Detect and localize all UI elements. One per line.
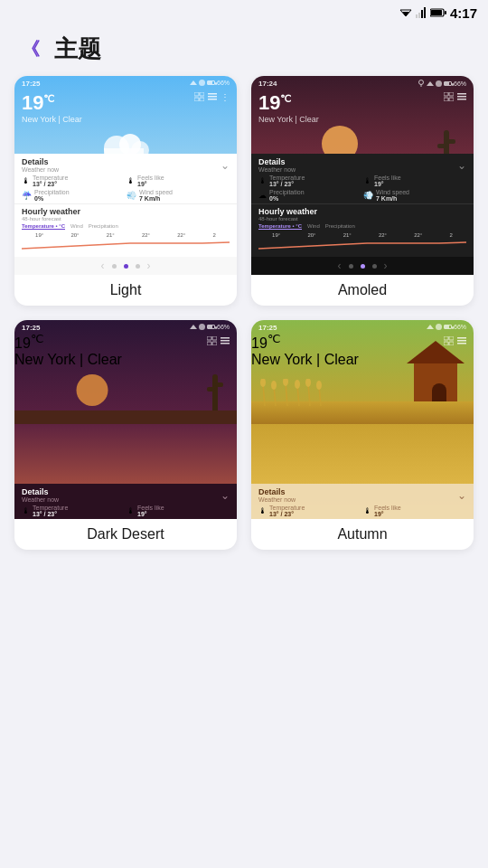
- wifi-icon: [399, 7, 412, 18]
- svg-rect-33: [457, 99, 466, 100]
- preview-wifi-light: [190, 80, 197, 85]
- preview-sig-dd: [199, 324, 205, 330]
- svg-rect-5: [424, 7, 426, 18]
- theme-label-dd: Dark Desert: [14, 519, 237, 550]
- preview-sig-au: [436, 324, 442, 330]
- svg-rect-3: [418, 13, 420, 18]
- svg-rect-27: [444, 92, 448, 96]
- preview-wifi-amoled: [427, 81, 434, 86]
- details-overlay-autumn: Details Weather now ⌄ 🌡 Temperature 13° …: [251, 484, 474, 519]
- svg-rect-48: [449, 336, 454, 340]
- theme-preview-autumn: 17:25 66% 19℃ New York | Clear: [251, 320, 474, 519]
- svg-rect-51: [457, 337, 466, 339]
- page-title: 主题: [54, 33, 101, 65]
- svg-rect-46: [215, 382, 223, 387]
- preview-bat-dd: [207, 325, 215, 329]
- svg-rect-39: [207, 342, 211, 345]
- svg-rect-40: [212, 342, 217, 345]
- svg-rect-41: [221, 337, 230, 339]
- svg-rect-7: [431, 10, 442, 15]
- chart-svg-light: [22, 240, 230, 250]
- svg-point-58: [271, 381, 277, 390]
- svg-rect-15: [208, 99, 217, 100]
- svg-point-64: [305, 379, 311, 387]
- svg-rect-37: [207, 336, 211, 340]
- svg-rect-14: [208, 96, 217, 98]
- location-light: New York | Clear: [22, 115, 230, 124]
- preview-sig-light: [199, 80, 205, 86]
- preview-nav-amoled: ‹ ›: [251, 257, 474, 275]
- preview-menu-amoled: [444, 92, 466, 101]
- svg-rect-4: [421, 10, 423, 18]
- svg-rect-35: [437, 144, 446, 148]
- signal-icon: [416, 7, 427, 18]
- preview-nav-light: ‹ ›: [14, 257, 237, 275]
- theme-card-dark-desert[interactable]: 17:25 66% 19℃ New York | Clear: [14, 320, 237, 550]
- chart-svg-amoled: [258, 240, 466, 250]
- preview-time-light: 17:25: [22, 80, 40, 88]
- svg-point-66: [316, 381, 322, 390]
- theme-card-light[interactable]: 17:25 66% 19℃ New York | Clear: [14, 76, 237, 306]
- preview-bat-au: [444, 325, 452, 329]
- svg-rect-32: [457, 96, 466, 98]
- svg-rect-28: [449, 92, 454, 96]
- svg-rect-45: [207, 387, 215, 392]
- svg-point-25: [418, 80, 423, 85]
- preview-time-autumn: 17:25: [258, 324, 277, 332]
- back-icon: 《: [22, 37, 40, 61]
- svg-rect-13: [208, 93, 217, 95]
- svg-rect-31: [457, 93, 466, 95]
- battery-icon: [430, 7, 446, 18]
- preview-loc-amoled: [418, 80, 425, 87]
- preview-sig-amoled: [436, 80, 442, 87]
- theme-card-amoled[interactable]: 17:24 66% 19℃ New York | Clear: [251, 76, 474, 306]
- status-time: 4:17: [450, 5, 477, 21]
- preview-menu-dd: [207, 336, 230, 345]
- header: 《 主题: [0, 25, 488, 76]
- svg-rect-10: [200, 92, 204, 96]
- svg-rect-30: [449, 98, 454, 101]
- svg-rect-38: [212, 336, 217, 340]
- svg-rect-42: [221, 340, 230, 342]
- theme-card-autumn[interactable]: 17:25 66% 19℃ New York | Clear: [251, 320, 474, 550]
- theme-preview-light: 17:25 66% 19℃ New York | Clear: [14, 76, 237, 275]
- status-icons: 4:17: [399, 5, 477, 21]
- svg-rect-8: [445, 11, 446, 14]
- preview-bat-light: [207, 80, 215, 85]
- preview-bat-amoled: [444, 81, 452, 86]
- svg-rect-2: [416, 14, 418, 18]
- preview-time-amoled: 17:24: [258, 80, 277, 88]
- theme-label-light: Light: [14, 275, 237, 306]
- svg-marker-54: [407, 341, 465, 363]
- svg-rect-12: [200, 98, 204, 101]
- details-overlay-dd: Details Weather now ⌄ 🌡 Temperature 13° …: [14, 484, 237, 519]
- preview-time-dark-desert: 17:25: [22, 324, 40, 332]
- svg-rect-11: [194, 98, 199, 101]
- theme-preview-dark-desert: 17:25 66% 19℃ New York | Clear: [14, 320, 237, 519]
- preview-menu-light: ⋮: [194, 92, 230, 102]
- theme-label-autumn: Autumn: [251, 519, 474, 550]
- back-button[interactable]: 《: [14, 33, 47, 65]
- status-bar: 4:17: [0, 0, 488, 25]
- svg-point-62: [295, 380, 300, 389]
- preview-wifi-dd: [190, 325, 197, 329]
- svg-point-60: [283, 379, 288, 386]
- details-overlay-amoled: Details Weather now ⌄ 🌡 Temperature 13° …: [251, 154, 474, 275]
- svg-rect-9: [194, 92, 199, 96]
- svg-rect-43: [221, 343, 230, 344]
- svg-rect-47: [444, 336, 448, 340]
- svg-point-56: [260, 379, 266, 387]
- svg-rect-36: [446, 139, 455, 144]
- details-overlay-light: Details Weather now ⌄ 🌡 Temperature 13° …: [14, 154, 237, 275]
- barn-scene: [251, 343, 474, 424]
- preview-wifi-au: [427, 325, 434, 329]
- themes-grid: 17:25 66% 19℃ New York | Clear: [0, 76, 488, 564]
- svg-rect-29: [444, 98, 448, 101]
- theme-preview-amoled: 17:24 66% 19℃ New York | Clear: [251, 76, 474, 275]
- desert-scene-dd: [14, 352, 237, 424]
- theme-label-amoled: Amoled: [251, 275, 474, 306]
